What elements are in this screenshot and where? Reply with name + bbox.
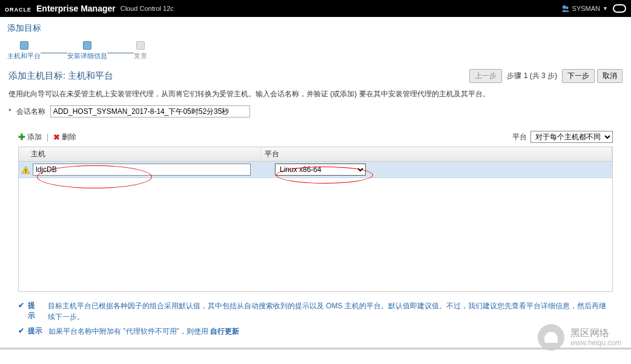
hint-label: 提示 [28,326,42,336]
toolbar-left: ✚ 添加 | ✖ 删除 [18,132,76,142]
table-header: 主机 平台 [19,147,612,162]
annotation-circle [37,165,152,188]
add-button[interactable]: ✚ 添加 [18,132,42,142]
info-icon: ✔ [18,326,24,335]
svg-point-1 [566,7,569,10]
session-name-input[interactable] [50,105,250,117]
step-indicator: 步骤 1 (共 3 步) [507,71,557,81]
header-right: SYSMAN ▼ [561,4,626,13]
step-box-icon [136,41,145,50]
app-title: Enterprise Manager [36,4,116,13]
section-title: 添加主机目标: 主机和平台 [8,70,113,82]
platform-label: 平台 [512,132,527,142]
brand-text: ORACLE [5,7,31,13]
wizard-step-1[interactable]: 主机和平台 [7,41,41,61]
annotation-circle [276,167,373,184]
svg-text:!: ! [25,168,27,174]
col-platform: 平台 [261,147,612,161]
add-label: 添加 [27,132,42,142]
prev-button[interactable]: 上一步 [469,69,502,83]
wizard-step3-label: 复查 [134,51,147,61]
plus-icon: ✚ [18,132,25,142]
watermark: 黑区网络 www.heiqu.com [538,324,621,349]
session-name-row: * 会话名称 [0,104,631,125]
self-update-link[interactable]: 自行更新 [210,327,239,336]
oracle-logo: ORACLE [5,3,31,14]
wizard-step-2[interactable]: 安装详细信息 [67,41,107,61]
separator: | [47,133,48,141]
hosts-table: 主机 平台 ! Linux x86-64 [18,147,613,292]
page-title: 添加目标 [0,17,631,38]
user-icon [561,4,570,13]
section-description: 使用此向导可以在未受管主机上安装管理代理，从而将它们转换为受管主机。输入会话名称… [0,85,631,104]
wizard-step2-label: 安装详细信息 [67,51,107,61]
warning-icon: ! [21,165,30,174]
user-name: SYSMAN [572,5,600,12]
required-marker: * [8,107,12,116]
hint-row: ✔ 提示 目标主机平台已根据各种因子的组合采用默认值，其中包括从自动搜索收到的提… [18,300,613,322]
hint2-prefix: 如果平台名称中附加有 "代理软件不可用"，则使用 [48,327,210,336]
user-menu[interactable]: SYSMAN ▼ [561,4,608,13]
section-header: 添加主机目标: 主机和平台 上一步 步骤 1 (共 3 步) 下一步 取消 [0,63,631,85]
watermark-text: 黑区网络 [570,328,621,339]
hint-label: 提示 [28,300,42,321]
cross-icon: ✖ [53,133,60,142]
chevron-down-icon: ▼ [603,5,608,12]
wizard-steps: 主机和平台 安装详细信息 复查 [0,38,631,63]
info-icon: ✔ [18,301,24,309]
step-box-icon [83,41,91,50]
session-name-label: 会话名称 [16,107,45,117]
wizard-connector [41,52,67,54]
nav-buttons: 上一步 步骤 1 (共 3 步) 下一步 取消 [469,69,623,83]
hint2-text: 如果平台名称中附加有 "代理软件不可用"，则使用 自行更新 [48,326,239,337]
app-subtitle: Cloud Control 12c [121,5,174,12]
wizard-step1-label: 主机和平台 [7,51,41,61]
watermark-icon [538,324,564,349]
help-icon[interactable] [613,4,626,13]
step-box-icon [20,41,28,50]
hint1-text: 目标主机平台已根据各种因子的组合采用默认值，其中包括从自动搜索收到的提示以及 O… [48,300,613,322]
header-left: ORACLE Enterprise Manager Cloud Control … [5,3,174,14]
svg-point-0 [562,5,566,9]
app-header: ORACLE Enterprise Manager Cloud Control … [0,0,631,17]
table-toolbar: ✚ 添加 | ✖ 删除 平台 对于每个主机都不同 [0,128,631,145]
next-button[interactable]: 下一步 [562,69,595,83]
col-host: 主机 [19,147,261,161]
watermark-url: www.heiqu.com [570,339,621,347]
platform-mode-select[interactable]: 对于每个主机都不同 [530,131,613,143]
hint-row: ✔ 提示 如果平台名称中附加有 "代理软件不可用"，则使用 自行更新 [18,326,613,337]
delete-button[interactable]: ✖ 删除 [53,132,76,142]
wizard-connector [107,52,134,54]
toolbar-right: 平台 对于每个主机都不同 [512,131,613,143]
cancel-button[interactable]: 取消 [597,69,623,83]
footer-divider [0,348,631,349]
delete-label: 删除 [62,132,76,142]
wizard-step-3: 复查 [134,41,147,61]
hints-section: ✔ 提示 目标主机平台已根据各种因子的组合采用默认值，其中包括从自动搜索收到的提… [18,300,613,337]
